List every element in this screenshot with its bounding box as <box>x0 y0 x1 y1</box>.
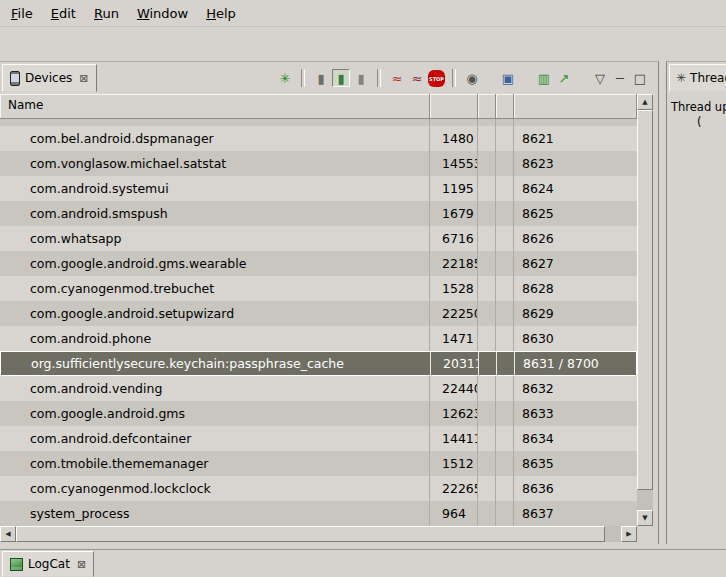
table-row[interactable]: system_process9648637 <box>0 501 637 526</box>
screen-capture-icon[interactable]: ◉ <box>463 69 481 87</box>
maximize-icon[interactable]: □ <box>631 69 649 87</box>
empty-cell <box>478 426 496 451</box>
process-name-cell: com.google.android.setupwizard <box>0 301 430 326</box>
vertical-scrollbar[interactable]: ▲ ▼ <box>637 94 653 526</box>
table-row[interactable]: com.whatsapp67168626 <box>0 226 637 251</box>
dump-hprof-icon[interactable]: ▮ <box>332 69 350 87</box>
tab-devices[interactable]: Devices ⊠ <box>2 64 97 92</box>
column-header-port[interactable] <box>514 94 637 119</box>
menu-item-run[interactable]: Run <box>85 2 128 25</box>
device-icon <box>10 71 20 86</box>
table-row[interactable]: com.cyanogenmod.lockclock222658636 <box>0 476 637 501</box>
port-cell: 8626 <box>514 226 637 251</box>
toolbar-separator <box>452 69 456 87</box>
view-menu-icon[interactable]: ▽ <box>591 69 609 87</box>
empty-cell <box>496 226 514 251</box>
horizontal-scroll-thumb[interactable] <box>16 526 605 542</box>
process-name-cell: system_process <box>0 501 430 526</box>
pid-cell: 1512 <box>430 451 478 476</box>
close-icon[interactable]: ⊠ <box>77 558 86 571</box>
close-icon[interactable]: ⊠ <box>79 72 88 85</box>
table-row[interactable]: com.cyanogenmod.trebuchet15288628 <box>0 276 637 301</box>
empty-cell <box>496 126 514 151</box>
menu-item-edit[interactable]: Edit <box>42 2 85 25</box>
devices-tabstrip: Devices ⊠ ✳▮▮▮≈≈STOP◉▣▥↗▽─□ <box>0 62 658 94</box>
tab-threads[interactable]: ✳ Threads <box>669 64 726 92</box>
pid-cell: 22250 <box>430 301 478 326</box>
process-name-cell: com.android.vending <box>0 376 430 401</box>
toolbar-separator <box>301 69 305 87</box>
toolbar-separator <box>377 69 381 87</box>
column-header-pid[interactable] <box>430 94 478 119</box>
column-header-blank2[interactable] <box>496 94 514 119</box>
process-name-cell: com.android.systemui <box>0 176 430 201</box>
view-hierarchy-icon[interactable]: ▣ <box>499 69 517 87</box>
tab-logcat[interactable]: LogCat ⊠ <box>2 551 94 577</box>
empty-cell <box>497 352 515 375</box>
pid-cell: 12623 <box>430 401 478 426</box>
empty-cell <box>478 226 496 251</box>
table-row[interactable]: com.google.android.gms126238633 <box>0 401 637 426</box>
column-header-name[interactable]: Name <box>0 94 430 119</box>
menu-item-window[interactable]: Window <box>128 2 197 25</box>
scroll-left-button[interactable]: ◀ <box>0 526 16 542</box>
table-row[interactable]: com.android.systemui11958624 <box>0 176 637 201</box>
table-row[interactable]: com.android.smspush16798625 <box>0 201 637 226</box>
threads-message-line1: Thread up <box>671 100 726 115</box>
empty-cell <box>496 326 514 351</box>
cause-gc-icon[interactable]: ▮ <box>352 69 370 87</box>
menubar: FileEditRunWindowHelp <box>0 0 726 27</box>
update-heap-icon[interactable]: ▮ <box>312 69 330 87</box>
sysinfo-icon[interactable]: ▥ <box>535 69 553 87</box>
pid-cell: 20311 <box>431 352 479 375</box>
port-cell: 8621 <box>514 126 637 151</box>
table-row[interactable]: com.android.vending224408632 <box>0 376 637 401</box>
pid-cell: 1679 <box>430 201 478 226</box>
empty-cell <box>496 451 514 476</box>
tab-threads-label: Threads <box>690 71 726 85</box>
vertical-scroll-thumb[interactable] <box>637 110 653 490</box>
toolbar-gap <box>574 78 590 79</box>
empty-cell <box>496 301 514 326</box>
table-header: Name <box>0 94 637 119</box>
column-header-blank1[interactable] <box>478 94 496 119</box>
pid-cell: 14411 <box>430 426 478 451</box>
menu-item-file[interactable]: File <box>2 2 42 25</box>
empty-cell <box>478 476 496 501</box>
port-cell: 8631 / 8700 <box>515 352 636 375</box>
port-cell: 8625 <box>514 201 637 226</box>
trace-icon[interactable]: ↗ <box>555 69 573 87</box>
port-cell: 8624 <box>514 176 637 201</box>
empty-cell <box>496 501 514 526</box>
scroll-right-button[interactable]: ▶ <box>621 526 637 542</box>
empty-cell <box>478 326 496 351</box>
debug-process-icon[interactable]: ✳ <box>276 69 294 87</box>
threads-panel: ✳ Threads Thread up ( <box>666 61 726 544</box>
menu-item-help[interactable]: Help <box>197 2 245 25</box>
process-name-cell: com.tmobile.thememanager <box>0 451 430 476</box>
table-row[interactable]: org.sufficientlysecure.keychain:passphra… <box>0 351 637 376</box>
scroll-up-button[interactable]: ▲ <box>637 94 653 110</box>
table-row[interactable]: com.vonglasow.michael.satstat145538623 <box>0 151 637 176</box>
process-name-cell: com.google.android.gms <box>0 401 430 426</box>
empty-cell <box>479 352 497 375</box>
table-row[interactable]: com.android.phone14718630 <box>0 326 637 351</box>
horizontal-scrollbar[interactable]: ◀ ▶ <box>0 526 637 542</box>
threads-message-line2: ( <box>697 115 726 130</box>
process-table: com.bel.android.dspmanager14808621com.vo… <box>0 126 637 526</box>
process-name-cell: com.cyanogenmod.trebuchet <box>0 276 430 301</box>
pid-cell: 22265 <box>430 476 478 501</box>
table-row[interactable]: com.bel.android.dspmanager14808621 <box>0 126 637 151</box>
table-row[interactable]: com.android.defcontainer144118634 <box>0 426 637 451</box>
empty-cell <box>478 176 496 201</box>
minimize-icon[interactable]: ─ <box>611 69 629 87</box>
scroll-down-button[interactable]: ▼ <box>637 510 653 526</box>
pid-cell: 22185 <box>430 251 478 276</box>
method-profiling-icon[interactable]: ≈ <box>408 69 426 87</box>
table-row[interactable]: com.google.android.setupwizard222508629 <box>0 301 637 326</box>
stop-icon[interactable]: STOP <box>428 70 445 87</box>
table-row[interactable]: com.tmobile.thememanager15128635 <box>0 451 637 476</box>
update-threads-icon[interactable]: ≈ <box>388 69 406 87</box>
table-row[interactable]: com.google.android.gms.wearable221858627 <box>0 251 637 276</box>
empty-cell <box>496 376 514 401</box>
